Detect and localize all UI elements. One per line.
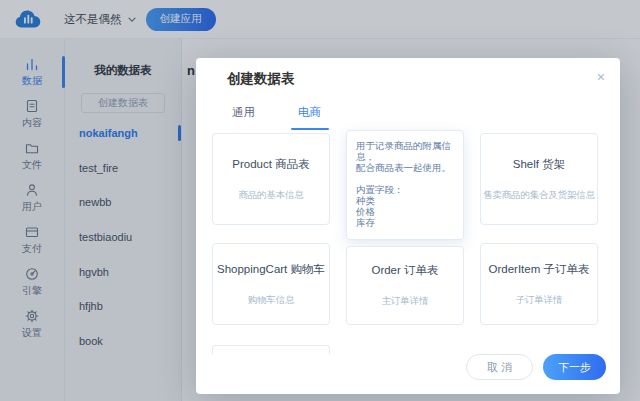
card-subtitle: 主订单详情	[382, 295, 429, 308]
tab-ecommerce[interactable]: 电商	[292, 104, 327, 130]
template-card-order[interactable]: Order 订单表 主订单详情	[346, 246, 464, 325]
modal-tabs: 通用 电商	[226, 104, 327, 130]
template-card-shelf[interactable]: Shelf 货架 售卖商品的集合及货架信息	[480, 133, 598, 225]
next-step-button[interactable]: 下一步	[543, 354, 606, 380]
cancel-button[interactable]: 取 消	[466, 354, 533, 380]
card-title: Shelf 货架	[513, 157, 565, 172]
card-title: Product 商品表	[232, 157, 309, 172]
card-title: ShoppingCart 购物车	[217, 262, 325, 277]
card-subtitle: 购物车信息	[248, 294, 295, 307]
card-subtitle: 子订单详情	[516, 294, 563, 307]
template-card-partial[interactable]	[212, 345, 330, 354]
template-card-product-detail-hover[interactable]: 用于记录商品的附属信息， 配合商品表一起使用。 内置字段： 种类 价格 库存 .…	[346, 130, 464, 240]
card-title: Order 订单表	[371, 263, 438, 278]
template-card-orderitem[interactable]: OrderItem 子订单表 子订单详情	[480, 243, 598, 325]
tab-general[interactable]: 通用	[226, 104, 261, 130]
modal-title: 创建数据表	[227, 70, 295, 88]
app-window: 这不是偶然 创建应用 数据 内容	[0, 0, 640, 401]
card-subtitle: 售卖商品的集合及货架信息	[483, 189, 595, 202]
card-subtitle: 商品的基本信息	[238, 189, 303, 202]
close-icon[interactable]: ×	[595, 68, 607, 86]
create-table-modal: 创建数据表 × 通用 电商 Product 商品表 商品的基本信息 用于记录商品…	[196, 58, 620, 394]
card-title: OrderItem 子订单表	[489, 262, 590, 277]
template-card-shoppingcart[interactable]: ShoppingCart 购物车 购物车信息	[212, 243, 330, 325]
template-card-product[interactable]: Product 商品表 商品的基本信息	[212, 133, 330, 225]
card-description: 用于记录商品的附属信息， 配合商品表一起使用。 内置字段： 种类 价格 库存 .…	[347, 131, 463, 240]
